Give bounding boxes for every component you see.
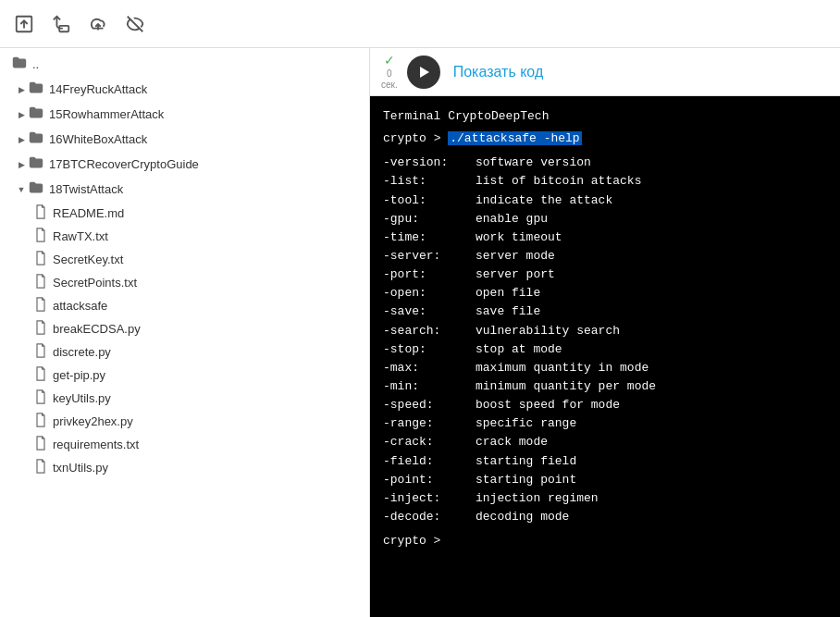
tree-item-18TwistAttack[interactable]: ▼ 18TwistAttack [0, 177, 369, 202]
terminal-option-row: -save:save file [383, 302, 827, 321]
terminal-option-key: -list: [383, 172, 476, 191]
terminal-option-row: -inject:injection regimen [383, 489, 827, 508]
terminal-option-key: -decode: [383, 508, 476, 526]
arrow-icon: ▶ [15, 133, 28, 146]
terminal-option-key: -inject: [383, 489, 476, 508]
file-icon [33, 436, 48, 453]
run-bar: ✓ 0 сек. Показать код [370, 48, 840, 96]
tree-item-discrete.py[interactable]: discrete.py [0, 340, 369, 364]
terminal-gt: > [434, 131, 449, 145]
file-icon [33, 297, 48, 315]
terminal-option-val: save file [476, 302, 540, 321]
tree-item-17BTCRecoverCryptoGuide[interactable]: ▶ 17BTCRecoverCryptoGuide [0, 152, 369, 177]
tree-item-txnUtils.py[interactable]: txnUtils.py [0, 456, 369, 479]
terminal-option-row: -tool:indicate the attack [383, 191, 827, 210]
label-get-pip.py: get-pip.py [53, 368, 105, 382]
tree-item-SecretPoints.txt[interactable]: SecretPoints.txt [0, 271, 369, 294]
arrow-icon: ▶ [15, 158, 28, 171]
terminal-option-key: -time: [383, 228, 476, 247]
label-discrete.py: discrete.py [53, 345, 111, 359]
tree-item-keyUtils.py[interactable]: keyUtils.py [0, 387, 369, 410]
checkmark-area: ✓ 0 сек. [381, 53, 398, 91]
tree-item-privkey2hex.py[interactable]: privkey2hex.py [0, 410, 369, 433]
tree-parent[interactable]: .. [0, 52, 369, 77]
label-attacksafe: attacksafe [53, 299, 107, 313]
folder-icon [28, 105, 44, 124]
terminal-option-row: -max:maximum quantity in mode [383, 359, 827, 377]
tree-item-attacksafe[interactable]: attacksafe [0, 294, 369, 317]
label-breakECDSA.py: breakECDSA.py [53, 322, 141, 336]
folder-icon [28, 154, 44, 174]
tree-item-get-pip.py[interactable]: get-pip.py [0, 364, 369, 387]
terminal-option-row: -server:server mode [383, 247, 827, 265]
terminal-option-val: work timeout [476, 228, 562, 247]
tree-item-requirements.txt[interactable]: requirements.txt [0, 433, 369, 456]
checkmark-symbol: ✓ [384, 53, 395, 68]
upload-icon[interactable] [11, 11, 37, 37]
terminal-option-row: -port:server port [383, 265, 827, 284]
label-RawTX.txt: RawTX.txt [53, 229, 108, 243]
terminal-option-row: -gpu:enable gpu [383, 210, 827, 228]
terminal-option-val: software version [476, 154, 591, 172]
terminal-option-key: -range: [383, 414, 476, 433]
terminal-option-key: -search: [383, 322, 476, 340]
show-code-link[interactable]: Показать код [453, 64, 544, 80]
terminal-option-key: -field: [383, 452, 476, 471]
terminal-option-key: -open: [383, 284, 476, 302]
terminal-option-val: maximum quantity in mode [476, 359, 649, 377]
terminal: Terminal CryptoDeepTech crypto > ./attac… [370, 96, 840, 617]
terminal-trailing-prompt: crypto > [383, 532, 827, 550]
terminal-option-key: -port: [383, 265, 476, 284]
terminal-option-val: boost speed for mode [476, 396, 620, 414]
label-16WhiteBoxAttack: 16WhiteBoxAttack [49, 132, 147, 146]
terminal-option-row: -point:starting point [383, 471, 827, 489]
label-15RowhammerAttack: 15RowhammerAttack [49, 107, 164, 121]
terminal-option-row: -decode:decoding mode [383, 508, 827, 526]
tree-item-SecretKey.txt[interactable]: SecretKey.txt [0, 248, 369, 271]
terminal-option-val: enable gpu [476, 210, 548, 228]
folder-icon-parent [11, 55, 28, 74]
arrow-icon-expanded: ▼ [15, 183, 28, 196]
seconds-value: 0 [387, 68, 392, 80]
terminal-option-row: -list:list of bitcoin attacks [383, 172, 827, 191]
hide-icon[interactable] [122, 11, 148, 37]
toolbar [0, 0, 840, 48]
right-panel: ✓ 0 сек. Показать код Terminal CryptoDee… [370, 48, 840, 617]
terminal-command-line: crypto > ./attacksafe -help [383, 130, 827, 148]
tree-item-14FreyRuckAttack[interactable]: ▶ 14FreyRuckAttack [0, 77, 369, 102]
refresh-folder-icon[interactable] [48, 11, 74, 37]
terminal-option-val: stop at mode [476, 340, 562, 359]
label-txnUtils.py: txnUtils.py [53, 461, 108, 475]
terminal-option-val: minimum quantity per mode [476, 377, 656, 396]
terminal-option-row: -time:work timeout [383, 228, 827, 247]
terminal-option-val: vulnerability search [476, 322, 620, 340]
terminal-option-row: -stop:stop at mode [383, 340, 827, 359]
terminal-command: ./attacksafe -help [448, 131, 581, 145]
terminal-option-val: server mode [476, 247, 555, 265]
arrow-icon: ▶ [15, 83, 28, 96]
folder-icon [28, 130, 44, 149]
terminal-option-row: -speed:boost speed for mode [383, 396, 827, 414]
tree-item-RawTX.txt[interactable]: RawTX.txt [0, 225, 369, 248]
tree-item-15RowhammerAttack[interactable]: ▶ 15RowhammerAttack [0, 102, 369, 127]
terminal-option-val: crack mode [476, 433, 548, 451]
tree-item-breakECDSA.py[interactable]: breakECDSA.py [0, 317, 369, 340]
run-button[interactable] [407, 56, 440, 89]
terminal-option-key: -server: [383, 247, 476, 265]
file-icon [33, 320, 48, 338]
file-icon [33, 228, 48, 245]
terminal-header: Terminal CryptoDeepTech [383, 107, 827, 126]
svg-marker-4 [420, 67, 429, 78]
terminal-options: -version:software version-list:list of b… [383, 154, 827, 526]
terminal-option-row: -min:minimum quantity per mode [383, 377, 827, 396]
file-icon [33, 366, 48, 384]
terminal-option-val: open file [476, 284, 540, 302]
file-icon [33, 459, 48, 476]
terminal-option-row: -crack:crack mode [383, 433, 827, 451]
tree-item-16WhiteBoxAttack[interactable]: ▶ 16WhiteBoxAttack [0, 127, 369, 152]
file-icon [33, 389, 48, 407]
label-18TwistAttack: 18TwistAttack [49, 182, 123, 196]
cloud-upload-icon[interactable] [85, 11, 111, 37]
terminal-option-key: -crack: [383, 433, 476, 451]
tree-item-README.md[interactable]: README.md [0, 202, 369, 225]
